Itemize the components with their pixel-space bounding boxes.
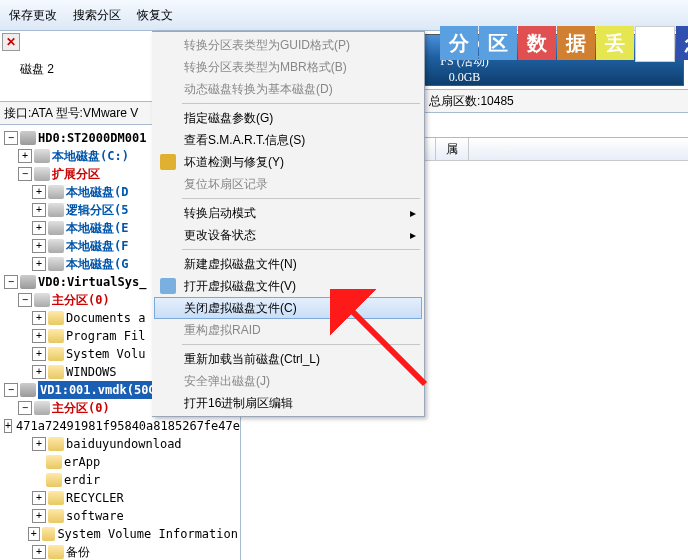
folder-icon (46, 473, 62, 487)
drive-icon (48, 221, 64, 235)
menu-params[interactable]: 指定磁盘参数(G) (154, 107, 422, 129)
chevron-right-icon: ▸ (410, 228, 416, 242)
expand-icon[interactable]: + (32, 365, 46, 379)
expand-icon[interactable]: + (32, 347, 46, 361)
drive-icon (34, 401, 50, 415)
toolbar-save[interactable]: 保存更改 (2, 3, 64, 27)
menu-badsector[interactable]: 坏道检测与修复(Y) (154, 151, 422, 173)
expand-icon[interactable]: + (32, 185, 46, 199)
folder-icon (42, 527, 56, 541)
banner-tile (635, 26, 675, 62)
toolbar-search[interactable]: 搜索分区 (66, 3, 128, 27)
metric-total: 总扇区数:10485 (429, 93, 514, 110)
folder-icon (48, 437, 64, 451)
expand-icon[interactable]: + (18, 149, 32, 163)
menu-devstate[interactable]: 更改设备状态▸ (154, 224, 422, 246)
banner-tile: 分 (440, 26, 478, 60)
expand-icon[interactable]: + (32, 509, 46, 523)
partition-size: 0.0GB (449, 70, 481, 85)
drive-icon (34, 167, 50, 181)
tree-folder[interactable]: +备份 (2, 543, 240, 560)
folder-icon (48, 545, 64, 559)
toolbar-restore[interactable]: 恢复文 (130, 3, 180, 27)
open-icon (160, 278, 176, 294)
menu-close-vdisk[interactable]: 关闭虚拟磁盘文件(C) (154, 297, 422, 319)
drive-icon (34, 149, 50, 163)
menu-guid[interactable]: 转换分区表类型为GUID格式(P) (154, 34, 422, 56)
banner-tile: 区 (479, 26, 517, 60)
collapse-icon[interactable]: − (4, 383, 18, 397)
collapse-icon[interactable]: − (18, 401, 32, 415)
tree-folder[interactable]: +471a72491981f95840a8185267fe47ed (2, 417, 240, 435)
expand-icon[interactable]: + (32, 329, 46, 343)
banner-tile: 数 (518, 26, 556, 60)
menu-new-vdisk[interactable]: 新建虚拟磁盘文件(N) (154, 253, 422, 275)
expand-icon[interactable]: + (32, 437, 46, 451)
collapse-icon[interactable]: − (18, 167, 32, 181)
folder-icon (48, 329, 64, 343)
folder-icon (48, 347, 64, 361)
menu-reset[interactable]: 复位坏扇区记录 (154, 173, 422, 195)
wrench-icon (160, 154, 176, 170)
collapse-icon[interactable]: − (18, 293, 32, 307)
banner: 分区数据丢怎么!c (440, 26, 688, 60)
banner-tile: 怎 (676, 26, 688, 60)
folder-icon (48, 311, 64, 325)
drive-icon (48, 257, 64, 271)
drive-icon (48, 239, 64, 253)
folder-icon (48, 509, 64, 523)
folder-icon (48, 365, 64, 379)
menu-eject[interactable]: 安全弹出磁盘(J) (154, 370, 422, 392)
menu-smart[interactable]: 查看S.M.A.R.T.信息(S) (154, 129, 422, 151)
context-menu: 转换分区表类型为GUID格式(P) 转换分区表类型为MBR格式(B) 动态磁盘转… (152, 31, 425, 417)
chevron-right-icon: ▸ (410, 206, 416, 220)
col-attr[interactable]: 属 (436, 138, 469, 160)
banner-tile: 丢 (596, 26, 634, 60)
folder-icon (48, 491, 64, 505)
menu-raid[interactable]: 重构虚拟RAID (154, 319, 422, 341)
expand-icon[interactable]: + (32, 311, 46, 325)
disk-icon (20, 131, 36, 145)
collapse-icon[interactable]: − (4, 131, 18, 145)
disk-icon (20, 275, 36, 289)
tree-folder[interactable]: +System Volume Information (2, 525, 240, 543)
expand-icon[interactable]: + (32, 221, 46, 235)
drive-icon (34, 293, 50, 307)
menu-open-vdisk[interactable]: 打开虚拟磁盘文件(V) (154, 275, 422, 297)
menu-reload[interactable]: 重新加载当前磁盘(Ctrl_L) (154, 348, 422, 370)
expand-icon[interactable]: + (28, 527, 40, 541)
tree-folder[interactable]: erApp (2, 453, 240, 471)
banner-tile: 据 (557, 26, 595, 60)
expand-icon[interactable]: + (32, 545, 46, 559)
tree-folder[interactable]: +software (2, 507, 240, 525)
menu-hex[interactable]: 打开16进制扇区编辑 (154, 392, 422, 414)
expand-icon[interactable]: + (32, 203, 46, 217)
folder-icon (46, 455, 62, 469)
drive-icon (48, 203, 64, 217)
expand-icon[interactable]: + (32, 239, 46, 253)
menu-dynamic[interactable]: 动态磁盘转换为基本磁盘(D) (154, 78, 422, 100)
disk-icon (20, 383, 36, 397)
menu-bootmode[interactable]: 转换启动模式▸ (154, 202, 422, 224)
tree-folder[interactable]: erdir (2, 471, 240, 489)
menu-mbr[interactable]: 转换分区表类型为MBR格式(B) (154, 56, 422, 78)
expand-icon[interactable]: + (4, 419, 12, 433)
collapse-icon[interactable]: − (4, 275, 18, 289)
tree-folder[interactable]: +RECYCLER (2, 489, 240, 507)
expand-icon[interactable]: + (32, 257, 46, 271)
drive-icon (48, 185, 64, 199)
tree-folder[interactable]: +baiduyundownload (2, 435, 240, 453)
expand-icon[interactable]: + (32, 491, 46, 505)
